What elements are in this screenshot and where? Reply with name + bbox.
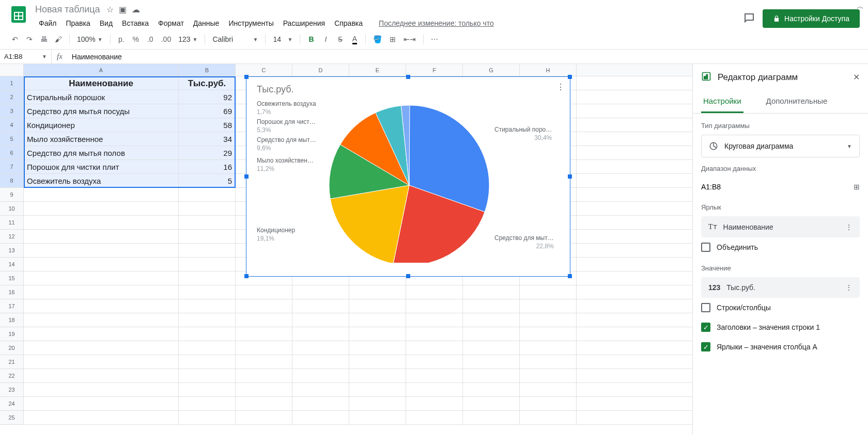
cell[interactable] xyxy=(463,341,520,355)
col-header-A[interactable]: A xyxy=(24,64,179,76)
cell[interactable] xyxy=(179,188,236,201)
share-button[interactable]: Настройки Доступа xyxy=(763,9,860,28)
menu-справка[interactable]: Справка xyxy=(331,17,366,29)
cell[interactable] xyxy=(520,327,577,341)
cell[interactable] xyxy=(24,258,179,271)
col-header-E[interactable]: E xyxy=(349,64,406,76)
menu-файл[interactable]: Файл xyxy=(35,17,60,29)
col-header-H[interactable]: H xyxy=(520,64,577,76)
col-header-B[interactable]: B xyxy=(179,64,236,76)
col-header-C[interactable]: C xyxy=(236,64,292,76)
chart-title[interactable]: Тыс.руб. xyxy=(257,84,293,95)
cell[interactable]: Средство для мытья посуды xyxy=(24,104,179,118)
cell[interactable] xyxy=(463,355,520,369)
cell[interactable] xyxy=(292,383,349,396)
cell[interactable] xyxy=(406,313,463,327)
select-range-icon[interactable]: ⊞ xyxy=(854,183,860,191)
cell[interactable] xyxy=(463,383,520,396)
cell[interactable] xyxy=(463,285,520,299)
chart-menu-icon[interactable]: ⋮ xyxy=(556,82,565,92)
menu-вставка[interactable]: Вставка xyxy=(118,17,152,29)
move-icon[interactable]: ▣ xyxy=(119,5,127,14)
sheets-logo[interactable] xyxy=(8,4,29,25)
row-header-6[interactable]: 6 xyxy=(0,146,24,159)
font-select[interactable]: Calibri ▼ xyxy=(209,33,261,45)
cell[interactable] xyxy=(24,188,179,201)
cell[interactable] xyxy=(406,355,463,369)
data-range-input[interactable] xyxy=(701,183,854,191)
cell[interactable] xyxy=(179,216,236,229)
cell[interactable]: Мыло хозяйственное xyxy=(24,132,179,146)
cell[interactable] xyxy=(236,285,292,299)
cell[interactable] xyxy=(406,397,463,410)
fill-color-button[interactable]: 🪣 xyxy=(370,33,385,46)
cell[interactable] xyxy=(349,285,406,299)
cell[interactable] xyxy=(179,258,236,271)
cell[interactable] xyxy=(24,327,179,341)
cell[interactable] xyxy=(236,327,292,341)
chart-container[interactable]: Тыс.руб. ⋮ Освежитель воздуха1,7%Порошок… xyxy=(246,76,570,277)
cell[interactable]: Средство для мытья полов xyxy=(24,146,179,159)
increase-decimal-button[interactable]: .00 xyxy=(158,33,174,46)
cell[interactable] xyxy=(292,355,349,369)
label-chip[interactable]: TᴛНаименование⋮ xyxy=(701,216,860,237)
cell[interactable] xyxy=(236,313,292,327)
cell[interactable] xyxy=(179,299,236,313)
cell[interactable] xyxy=(179,397,236,410)
cell[interactable] xyxy=(24,397,179,410)
bold-button[interactable]: B xyxy=(304,33,318,46)
cell[interactable] xyxy=(406,383,463,396)
print-button[interactable]: 🖶 xyxy=(37,33,51,46)
cell[interactable] xyxy=(520,369,577,382)
cell[interactable] xyxy=(292,299,349,313)
row-header-1[interactable]: 1 xyxy=(0,76,24,90)
formula-input[interactable]: Наименование xyxy=(68,53,868,61)
cell[interactable]: Стиральный порошок xyxy=(24,90,179,104)
combine-checkbox[interactable]: Объединить xyxy=(701,237,860,257)
cell[interactable] xyxy=(463,411,520,424)
cell[interactable]: 5 xyxy=(179,174,236,187)
cell[interactable] xyxy=(349,355,406,369)
col-header-G[interactable]: G xyxy=(463,64,520,76)
cell[interactable] xyxy=(292,285,349,299)
cell[interactable] xyxy=(520,285,577,299)
row-header-24[interactable]: 24 xyxy=(0,397,24,410)
cell[interactable] xyxy=(24,313,179,327)
cell[interactable] xyxy=(24,369,179,382)
comments-icon[interactable] xyxy=(743,12,755,26)
more-button[interactable]: ⋯ xyxy=(428,33,441,46)
labels-col-checkbox[interactable]: ✓Ярлыки – значения столбца A xyxy=(701,337,860,357)
row-header-10[interactable]: 10 xyxy=(0,202,24,215)
cell[interactable]: Тыс.руб. xyxy=(179,76,236,90)
italic-button[interactable]: I xyxy=(319,33,332,46)
cell[interactable] xyxy=(236,411,292,424)
chart-type-select[interactable]: Круговая диаграмма▼ xyxy=(701,135,860,157)
cell[interactable] xyxy=(406,299,463,313)
cell[interactable] xyxy=(520,299,577,313)
row-header-5[interactable]: 5 xyxy=(0,132,24,146)
cell[interactable] xyxy=(520,355,577,369)
cell[interactable] xyxy=(463,299,520,313)
cell[interactable] xyxy=(463,369,520,382)
cell[interactable] xyxy=(292,341,349,355)
row-header-11[interactable]: 11 xyxy=(0,216,24,229)
cell[interactable] xyxy=(520,397,577,410)
row-header-17[interactable]: 17 xyxy=(0,299,24,313)
borders-button[interactable]: ⊞ xyxy=(386,33,399,46)
row-header-23[interactable]: 23 xyxy=(0,383,24,396)
menu-правка[interactable]: Правка xyxy=(62,17,94,29)
row-header-22[interactable]: 22 xyxy=(0,369,24,382)
cell[interactable] xyxy=(24,271,179,285)
cell[interactable] xyxy=(24,355,179,369)
cell[interactable] xyxy=(24,202,179,215)
cell[interactable] xyxy=(463,327,520,341)
row-header-21[interactable]: 21 xyxy=(0,355,24,369)
select-all-corner[interactable] xyxy=(0,64,24,76)
cell[interactable] xyxy=(349,299,406,313)
cell[interactable] xyxy=(179,202,236,215)
cell[interactable] xyxy=(292,369,349,382)
last-edit[interactable]: Последнее изменение: только что xyxy=(379,19,494,27)
cell[interactable] xyxy=(179,341,236,355)
cell[interactable] xyxy=(349,411,406,424)
cell[interactable]: Кондиционер xyxy=(24,118,179,132)
